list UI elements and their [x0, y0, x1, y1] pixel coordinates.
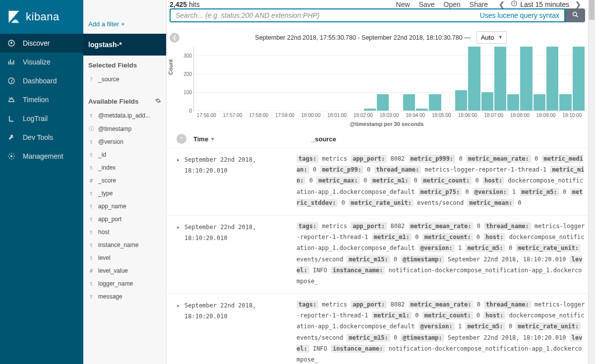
field-row[interactable]: tlogger_name: [88, 277, 161, 290]
source-value: 0: [394, 256, 397, 263]
field-row[interactable]: thost: [88, 226, 161, 239]
field-row[interactable]: tlevel: [88, 251, 161, 264]
time-prev-icon[interactable]: ❮: [497, 0, 507, 8]
histogram-bar[interactable]: [546, 47, 558, 111]
field-row[interactable]: t@metdata.ip_add...: [88, 109, 161, 122]
source-key: host:: [483, 233, 505, 241]
field-name: logger_name: [98, 280, 133, 287]
histogram-bar[interactable]: [494, 47, 506, 111]
share-link[interactable]: Share: [470, 0, 488, 8]
field-row[interactable]: t_type: [88, 187, 161, 200]
field-type-icon: t: [88, 216, 94, 223]
search-input-wrapper: Uses lucene query syntax: [170, 8, 565, 22]
field-row[interactable]: ⓘ@timestamp: [88, 122, 161, 135]
x-axis-label: @timestamp per 30 seconds: [188, 118, 585, 127]
histogram-bar[interactable]: [429, 94, 441, 111]
field-row[interactable]: tinstance_name: [88, 239, 161, 251]
source-value: 0: [535, 155, 538, 162]
left-nav: kibana DiscoverVisualizeDashboardTimelio…: [0, 0, 83, 364]
time-next-icon[interactable]: ❯: [573, 0, 583, 8]
x-tick-label: 18:07:00: [480, 113, 507, 118]
histogram-bar[interactable]: [481, 92, 493, 111]
field-row[interactable]: tapp_name: [88, 200, 161, 213]
source-key: thread_name:: [484, 222, 531, 230]
collapse-up-icon[interactable]: ⌃: [177, 134, 186, 144]
time-picker[interactable]: Last 15 minutes: [511, 0, 569, 8]
expand-row-icon[interactable]: ▸: [177, 153, 184, 165]
field-row[interactable]: t_index: [88, 161, 161, 174]
expand-row-icon[interactable]: ▸: [177, 299, 184, 311]
time-column-header[interactable]: Time: [193, 135, 208, 143]
field-row[interactable]: #_score: [88, 174, 161, 187]
nav-item-management[interactable]: Management: [0, 147, 83, 166]
histogram-bar[interactable]: [520, 47, 532, 111]
field-row[interactable]: #level_value: [88, 264, 161, 277]
expand-row-icon[interactable]: ▸: [177, 221, 184, 233]
field-name: @metdata.ip_add...: [98, 112, 150, 119]
nav-label: Dev Tools: [23, 133, 53, 141]
save-link[interactable]: Save: [419, 0, 435, 8]
logtrail-icon: [7, 114, 16, 123]
field-name: @timestamp: [98, 125, 132, 132]
timelion-icon: [7, 95, 16, 104]
field-type-icon: t: [88, 242, 94, 248]
field-row[interactable]: tapp_port: [88, 213, 161, 226]
histogram-bar[interactable]: [573, 47, 585, 111]
add-filter-link[interactable]: Add a filter +: [88, 20, 125, 28]
nav-item-dashboard[interactable]: Dashboard: [0, 71, 83, 90]
field-type-icon: ⓘ: [88, 125, 94, 132]
nav-item-visualize[interactable]: Visualize: [0, 53, 83, 71]
histogram-bar[interactable]: [364, 109, 376, 111]
field-type-icon: t: [88, 203, 94, 210]
nav-item-devtools[interactable]: Dev Tools: [0, 128, 83, 147]
nav-item-logtrail[interactable]: LogTrail: [0, 109, 83, 128]
histogram-bar[interactable]: [559, 94, 571, 111]
histogram-bar[interactable]: [377, 94, 389, 111]
source-key: @timestamp:: [401, 334, 444, 342]
interval-select[interactable]: Auto: [476, 31, 507, 44]
sort-desc-icon[interactable]: ▼: [210, 136, 215, 142]
source-value: 0: [509, 244, 512, 251]
source-value: metrics-logger-reporter-1-thread-1: [425, 166, 547, 173]
source-value: events/second: [297, 256, 343, 263]
index-pattern-header[interactable]: logstash-*: [83, 34, 166, 56]
histogram-bar[interactable]: [534, 94, 545, 111]
histogram-bar[interactable]: [403, 94, 415, 111]
open-link[interactable]: Open: [444, 0, 461, 8]
new-link[interactable]: New: [396, 0, 410, 8]
search-input[interactable]: [176, 11, 480, 19]
nav-item-discover[interactable]: Discover: [0, 34, 83, 53]
source-value: September 22nd 2018, 18:10:20.010: [448, 334, 566, 341]
search-button[interactable]: [565, 8, 585, 22]
histogram-bar[interactable]: [416, 109, 428, 111]
source-value: 0: [518, 199, 521, 206]
collapse-left-icon[interactable]: ❮: [170, 33, 179, 43]
source-key: app_port:: [351, 222, 387, 230]
field-row[interactable]: t@version: [88, 135, 161, 148]
histogram-bar[interactable]: [455, 90, 467, 111]
fields-sidebar: Add a filter + logstash-* Selected Field…: [83, 0, 167, 364]
field-type-icon: t: [88, 152, 94, 158]
time-range-label: Last 15 minutes: [520, 0, 569, 8]
source-key: metric_rate_unit:: [349, 199, 414, 207]
nav-item-timelion[interactable]: Timelion: [0, 90, 83, 109]
histogram-bar[interactable]: [468, 47, 480, 111]
field-row[interactable]: tmessage: [88, 290, 161, 303]
nav-label: Visualize: [23, 58, 51, 66]
histogram-chart[interactable]: Count 0100200300 17:56:0017:57:0017:58:0…: [167, 47, 595, 127]
kibana-logo[interactable]: kibana: [0, 0, 83, 34]
histogram-time-range: September 22nd 2018, 17:55:30.780 - Sept…: [255, 34, 470, 41]
gear-icon[interactable]: [155, 98, 161, 105]
source-value: INFO: [313, 267, 327, 274]
management-icon: [7, 152, 16, 161]
plus-icon: +: [121, 20, 125, 28]
field-row[interactable]: t_id: [88, 148, 161, 161]
lucene-syntax-hint[interactable]: Uses lucene query syntax: [480, 11, 559, 19]
source-key: metric_m1:: [372, 233, 412, 241]
source-key: metric_m5:: [465, 244, 505, 252]
source-key: @version:: [418, 244, 455, 252]
field-row[interactable]: ?_source: [88, 73, 161, 86]
hit-count-number: 2,425: [170, 0, 187, 8]
x-tick-label: 17:58:00: [245, 113, 272, 118]
histogram-bar[interactable]: [507, 94, 519, 111]
